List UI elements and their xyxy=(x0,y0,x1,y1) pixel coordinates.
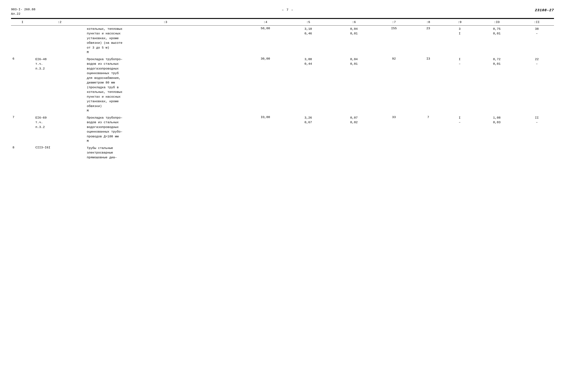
col-header-6: :6 xyxy=(331,19,377,26)
row-col6: 0,040,01 xyxy=(331,25,377,56)
row-col11: 22– xyxy=(520,56,554,114)
row-code: ЕI6–69т.ч.п.3.2 xyxy=(34,114,85,145)
row-num xyxy=(11,25,34,56)
table-header-row: I :2 :3 :4 :5 :6 :7 :8 :9 :IO :II xyxy=(11,19,554,26)
row-col9: I– xyxy=(445,56,474,114)
row-num: 7 xyxy=(11,114,34,145)
doc-id: 23108-27 xyxy=(535,7,554,12)
col-header-5: :5 xyxy=(285,19,331,26)
row-col6: 0,070,02 xyxy=(331,114,377,145)
row-col5: 3,080,44 xyxy=(285,56,331,114)
row-col4 xyxy=(245,145,285,161)
table-row: 6 ЕI6–48т.ч.п.3.2 Прокладка трубопро–вод… xyxy=(11,56,554,114)
row-col7 xyxy=(377,145,411,161)
row-description: Трубы стальныеэлектросварныепрямошовные … xyxy=(85,145,245,161)
col-header-3: :3 xyxy=(85,19,245,26)
col-header-10: :IO xyxy=(474,19,520,26)
col-header-11: :II xyxy=(520,19,554,26)
row-description: Прокладка трубопро–водов из стальныхводо… xyxy=(85,114,245,145)
row-col8 xyxy=(411,145,445,161)
row-col8: I3 xyxy=(411,56,445,114)
row-col5 xyxy=(285,145,331,161)
main-table: I :2 :3 :4 :5 :6 :7 :8 :9 :IO :II котель… xyxy=(11,19,554,161)
row-col7: 33 xyxy=(377,114,411,145)
main-table-wrapper: I :2 :3 :4 :5 :6 :7 :8 :9 :IO :II котель… xyxy=(11,19,554,161)
row-col7: I55 xyxy=(377,25,411,56)
row-col8: 7 xyxy=(411,114,445,145)
row-col11 xyxy=(520,145,554,161)
row-description: Прокладка трубопро–водов из стальныхводо… xyxy=(85,56,245,114)
table-row: 8 СII3–I6I Трубы стальныеэлектросварныеп… xyxy=(11,145,554,161)
col-header-1: I xyxy=(11,19,34,26)
row-col6: 0,040,01 xyxy=(331,56,377,114)
row-col10 xyxy=(474,145,520,161)
row-col8: 23 xyxy=(411,25,445,56)
table-row: котельных, тепловыхпунктах и насосныхуст… xyxy=(11,25,554,56)
row-col9: 3I xyxy=(445,25,474,56)
row-num: 8 xyxy=(11,145,34,161)
row-col11: II– xyxy=(520,114,554,145)
row-code: ЕI6–48т.ч.п.3.2 xyxy=(34,56,85,114)
row-col4: 30,00 xyxy=(245,56,285,114)
table-row: 7 ЕI6–69т.ч.п.3.2 Прокладка трубопро–вод… xyxy=(11,114,554,145)
row-col7: 92 xyxy=(377,56,411,114)
row-col10: 0,720,01 xyxy=(474,56,520,114)
row-code: СII3–I6I xyxy=(34,145,85,161)
page-header: 903-I- 260.88 Ал.22 – 7 – 23108-27 xyxy=(11,7,554,16)
row-col11: 38– xyxy=(520,25,554,56)
row-col10: 1,080,03 xyxy=(474,114,520,145)
col-header-7: :7 xyxy=(377,19,411,26)
col-header-9: :9 xyxy=(445,19,474,26)
row-col6 xyxy=(331,145,377,161)
row-description: котельных, тепловыхпунктах и насосныхуст… xyxy=(85,25,245,56)
row-col9 xyxy=(445,145,474,161)
row-code xyxy=(34,25,85,56)
col-header-4: :4 xyxy=(245,19,285,26)
row-col4: 50,00 xyxy=(245,25,285,56)
row-col4: IO,00 xyxy=(245,114,285,145)
row-num: 6 xyxy=(11,56,34,114)
row-col5: 3,260,67 xyxy=(285,114,331,145)
doc-number: 903-I- 260.88 Ал.22 xyxy=(11,7,41,16)
row-col9: I– xyxy=(445,114,474,145)
col-header-8: :8 xyxy=(411,19,445,26)
row-col5: 3,100,46 xyxy=(285,25,331,56)
row-col10: 0,750,01 xyxy=(474,25,520,56)
page-number: – 7 – xyxy=(41,7,535,12)
col-header-2: :2 xyxy=(34,19,85,26)
